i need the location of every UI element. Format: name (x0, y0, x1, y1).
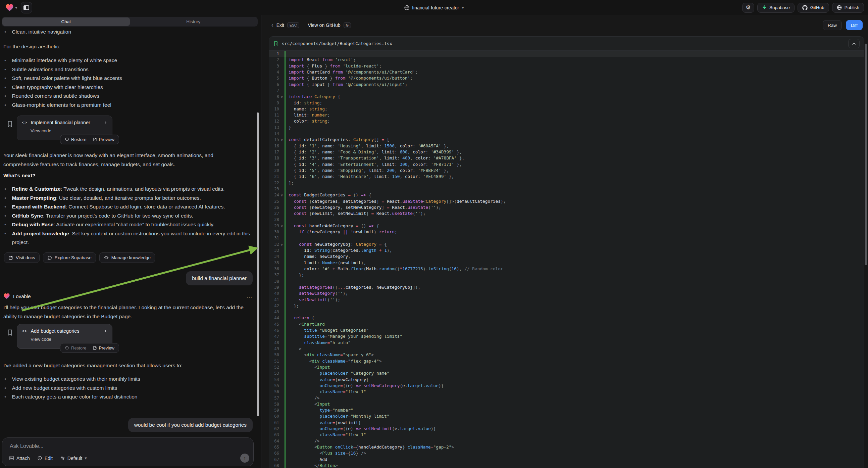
code-line: 38 (269, 278, 864, 284)
external-link-icon (93, 137, 97, 142)
code-text: } (284, 125, 291, 130)
code-line: 44 return ( (269, 315, 864, 321)
esc-kbd-badge: ESC (287, 22, 299, 28)
code-line: 59 type="number" (269, 407, 864, 413)
code-text: <div className="flex gap-4"> (284, 358, 381, 363)
user-message-bubble: build a financial planner (186, 271, 253, 285)
code-text: <Input (284, 364, 330, 370)
list-item: •Soft, neutral color palette with light … (4, 74, 122, 83)
list-item: •Clean typography with clear hierarchies (4, 83, 122, 92)
line-number: 4 (269, 69, 279, 75)
line-number: 63 (269, 432, 279, 438)
explore-supabase-button[interactable]: Explore Supabase (43, 253, 96, 263)
bullet-icon: • (4, 194, 6, 203)
bullet-icon: • (4, 92, 6, 101)
assistant-name: Lovable (13, 293, 31, 299)
line-number: 27 (269, 210, 279, 216)
fold-toggle-icon[interactable]: ∨ (279, 137, 284, 143)
line-number: 60 (269, 413, 279, 419)
list-item-text: Add project knowledge: Set key context o… (12, 229, 253, 247)
code-line: 39 setCategories([...categories, newCate… (269, 284, 864, 290)
line-number: 16 (269, 143, 279, 149)
bookmark-icon[interactable] (7, 329, 12, 336)
code-line: 3import { Plus } from 'lucide-react'; (269, 63, 864, 69)
code-scrollbar[interactable] (865, 43, 867, 265)
lovable-logo-menu[interactable]: ▾ (5, 4, 18, 11)
visit-docs-button[interactable]: Visit docs (4, 253, 39, 263)
bullet-icon: • (4, 83, 6, 92)
lovable-heart-icon (3, 293, 10, 299)
collapse-file-button[interactable] (848, 39, 860, 48)
exit-button[interactable]: ‹ Exit ESC (272, 22, 299, 29)
diff-toggle-button[interactable]: Diff (846, 20, 863, 30)
line-number: 49 (269, 346, 279, 352)
line-number: 24 (269, 192, 279, 198)
line-number: 18 (269, 155, 279, 161)
fold-toggle-icon[interactable]: ∨ (279, 242, 284, 248)
list-item: •GitHub Sync: Transfer your project's co… (4, 211, 253, 221)
code-text: setCategories([...categories, newCategor… (284, 285, 421, 290)
tab-chat[interactable]: Chat (2, 18, 130, 26)
chat-input-placeholder[interactable]: Ask Lovable... (10, 443, 43, 449)
project-switcher[interactable]: financial-future-creator ▾ (404, 0, 464, 15)
supabase-button[interactable]: Supabase (757, 3, 795, 13)
send-button[interactable]: ↑ (240, 454, 249, 463)
composer[interactable]: Ask Lovable... Attach Edit Default ▾ ↑ (2, 437, 254, 466)
line-number: 61 (269, 420, 279, 426)
restore-icon (65, 346, 69, 350)
fold-toggle-icon[interactable]: ∨ (279, 193, 284, 198)
code-text: subtitle="Manage your spending limits" (284, 334, 402, 339)
line-number: 23 (269, 186, 279, 192)
code-line: 37 }; (269, 272, 864, 278)
code-line: 48 className="h-auto" (269, 340, 864, 346)
code-text: const [categories, setCategories] = Reac… (284, 199, 506, 204)
toggle-sidebar-button[interactable] (21, 2, 32, 13)
line-number: 47 (269, 333, 279, 340)
chat-scrollbar[interactable] (257, 113, 259, 416)
line-number: 11 (269, 112, 279, 118)
tab-history[interactable]: History (130, 18, 257, 26)
file-added-icon (274, 41, 278, 46)
list-item-text: Master Prompting: Use clear, detailed, a… (12, 194, 200, 203)
list-item-text: Expand with Backend: Connect Supabase to… (12, 202, 225, 211)
view-code-link[interactable]: View code (31, 128, 107, 133)
explore-supabase-label: Explore Supabase (55, 255, 92, 260)
publish-button[interactable]: Publish (832, 3, 864, 13)
edit-button[interactable]: Edit (37, 456, 53, 461)
manage-knowledge-label: Manage knowledge (112, 255, 151, 260)
publish-label: Publish (844, 5, 859, 10)
line-number: 45 (269, 321, 279, 327)
code-text: interface Category { (284, 94, 340, 99)
settings-button[interactable]: ⚙ (742, 3, 754, 13)
github-button[interactable]: GitHub (798, 3, 829, 13)
list-item-text: Refine & Customize: Tweak the design, an… (12, 185, 224, 194)
code-text: limit: number; (284, 113, 330, 117)
code-line: 19 { id: '4', name: 'Entertainment', lim… (269, 162, 864, 168)
fold-toggle-icon[interactable]: ∨ (279, 223, 284, 229)
line-number: 25 (269, 198, 279, 204)
preview-button[interactable]: Preview (93, 346, 115, 351)
code-text: <div className="space-y-6"> (284, 352, 374, 357)
manage-knowledge-button[interactable]: Manage knowledge (99, 253, 155, 263)
preview-button[interactable]: Preview (93, 137, 115, 142)
file-header[interactable]: src/components/budget/BudgetCategories.t… (269, 37, 864, 51)
model-selector[interactable]: Default ▾ (60, 456, 87, 461)
restore-button[interactable]: Restore (65, 137, 87, 142)
raw-toggle-button[interactable]: Raw (823, 20, 842, 30)
view-on-github-button[interactable]: View on GitHub G (308, 22, 351, 28)
line-number: 42 (269, 303, 279, 309)
list-item-text: Rounded corners and subtle shadows (12, 92, 99, 101)
bookmark-icon[interactable] (7, 121, 12, 127)
code-line: 53 placeholder="Category name" (269, 370, 864, 376)
code-text: color: '#' + Math.floor(Math.random()*16… (284, 266, 503, 271)
fold-toggle-icon[interactable]: ∨ (279, 94, 284, 100)
code-line: 60 placeholder="Monthly limit" (269, 413, 864, 419)
code-text: limit: Number(newLimit), (284, 260, 366, 265)
chevron-right-icon (103, 329, 107, 333)
list-item-text: Soft, neutral color palette with light b… (12, 74, 122, 83)
attach-button[interactable]: Attach (9, 456, 30, 461)
code-text: }; (284, 272, 304, 277)
restore-button[interactable]: Restore (65, 346, 87, 351)
view-code-link[interactable]: View code (31, 337, 107, 342)
message-menu-icon[interactable]: ... (247, 293, 253, 299)
